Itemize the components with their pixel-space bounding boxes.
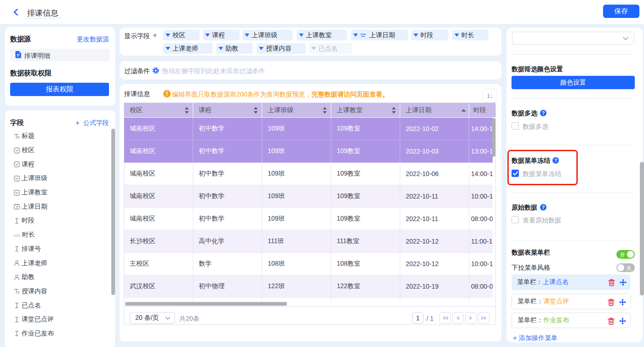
- svg-text:123: 123: [14, 233, 20, 238]
